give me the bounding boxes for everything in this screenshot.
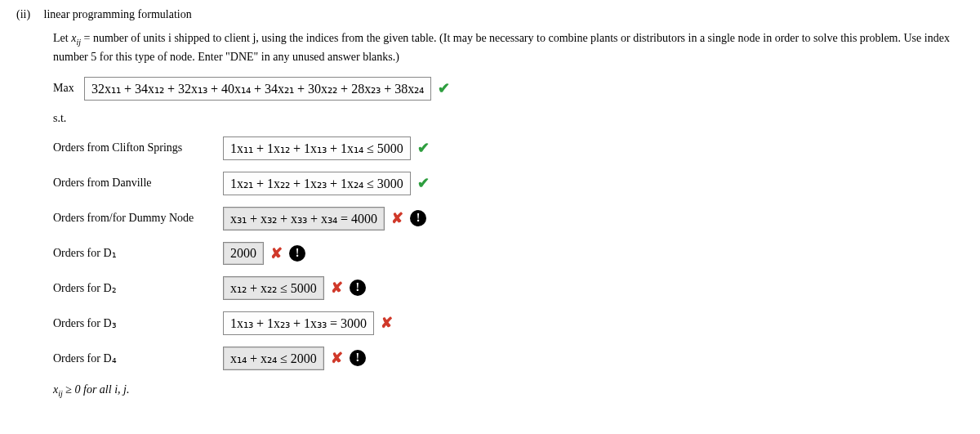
constraint-label: Orders from/for Dummy Node — [53, 212, 216, 225]
constraint-input[interactable]: 1x₂₁ + 1x₂₂ + 1x₂₃ + 1x₂₄ ≤ 3000 — [223, 172, 411, 195]
objective-input[interactable]: 32x₁₁ + 34x₁₂ + 32x₁₃ + 40x₁₄ + 34x₂₁ + … — [84, 77, 431, 101]
alert-icon: ! — [289, 245, 305, 262]
alert-icon: ! — [350, 350, 366, 366]
cross-icon: ✘ — [391, 209, 403, 227]
subject-to-label: s.t. — [53, 112, 964, 125]
check-icon: ✔ — [438, 79, 450, 97]
constraint-row: Orders from/for Dummy Nodex₃₁ + x₃₂ + x₃… — [53, 207, 964, 230]
nonneg-sub: ij — [58, 389, 63, 398]
constraint-row: Orders for D₂x₁₂ + x₂₂ ≤ 5000✘! — [53, 276, 964, 300]
constraint-label: Orders from Clifton Springs — [53, 141, 216, 154]
intro-text: Let xij = number of units i shipped to c… — [53, 29, 964, 65]
alert-icon: ! — [410, 210, 426, 226]
nonneg-constraint: xij ≥ 0 for all i, j. — [53, 383, 964, 398]
constraint-row: Orders from Danville1x₂₁ + 1x₂₂ + 1x₂₃ +… — [53, 172, 964, 195]
constraint-input[interactable]: x₁₂ + x₂₂ ≤ 5000 — [223, 276, 324, 300]
constraint-label: Orders for D₃ — [53, 316, 216, 330]
intro-pre: Let — [53, 32, 71, 44]
constraint-row: Orders from Clifton Springs1x₁₁ + 1x₁₂ +… — [53, 136, 964, 160]
check-icon: ✔ — [417, 139, 430, 157]
cross-icon: ✘ — [331, 349, 343, 367]
part-number: (ii) — [16, 8, 41, 21]
alert-icon: ! — [350, 280, 366, 296]
constraint-label: Orders from Danville — [53, 177, 216, 190]
cross-icon: ✘ — [381, 314, 393, 332]
constraint-row: Orders for D₁2000✘! — [53, 242, 964, 265]
constraint-label: Orders for D₁ — [53, 246, 216, 260]
constraint-input[interactable]: 1x₁₃ + 1x₂₃ + 1x₃₃ = 3000 — [223, 311, 374, 335]
constraint-label: Orders for D₄ — [53, 351, 216, 365]
part-title: linear programming formulation — [44, 8, 192, 21]
constraint-row: Orders for D₄x₁₄ + x₂₄ ≤ 2000✘! — [53, 347, 964, 370]
nonneg-text: ≥ 0 for all i, j. — [65, 383, 129, 396]
cross-icon: ✘ — [270, 244, 283, 262]
check-icon: ✔ — [417, 174, 430, 192]
constraint-label: Orders for D₂ — [53, 281, 216, 295]
constraint-input[interactable]: 2000 — [223, 242, 264, 265]
intro-sub: ij — [76, 38, 81, 47]
constraint-input[interactable]: x₁₄ + x₂₄ ≤ 2000 — [223, 347, 324, 370]
cross-icon: ✘ — [331, 279, 343, 297]
constraint-input[interactable]: x₃₁ + x₃₂ + x₃₃ + x₃₄ = 4000 — [223, 207, 385, 230]
constraint-input[interactable]: 1x₁₁ + 1x₁₂ + 1x₁₃ + 1x₁₄ ≤ 5000 — [223, 136, 411, 160]
objective-label: Max — [53, 82, 78, 95]
intro-post: = number of units i shipped to client j,… — [53, 32, 950, 63]
constraint-row: Orders for D₃1x₁₃ + 1x₂₃ + 1x₃₃ = 3000✘ — [53, 311, 964, 335]
